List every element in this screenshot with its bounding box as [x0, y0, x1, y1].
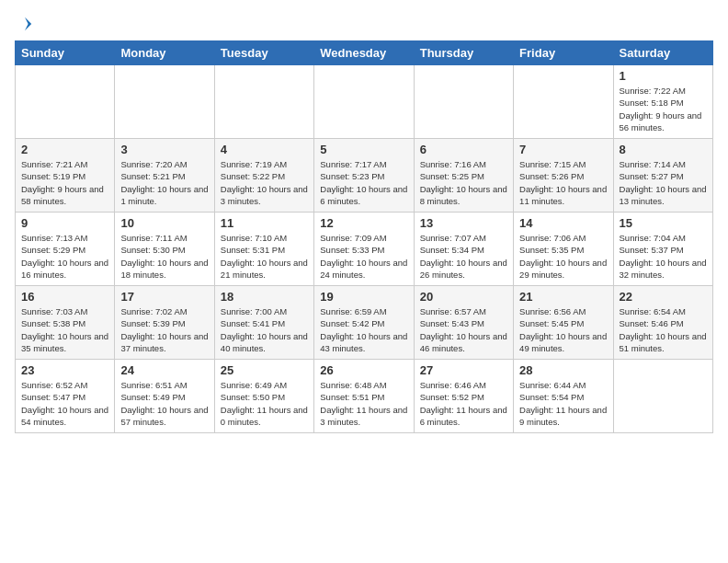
calendar-cell: 18Sunrise: 7:00 AM Sunset: 5:41 PM Dayli…	[214, 286, 313, 360]
calendar-table: SundayMondayTuesdayWednesdayThursdayFrid…	[15, 40, 713, 433]
day-info: Sunrise: 6:46 AM Sunset: 5:52 PM Dayligh…	[420, 379, 507, 428]
day-info: Sunrise: 7:15 AM Sunset: 5:26 PM Dayligh…	[519, 158, 607, 207]
calendar-cell: 5Sunrise: 7:17 AM Sunset: 5:23 PM Daylig…	[314, 139, 414, 213]
calendar-cell: 17Sunrise: 7:02 AM Sunset: 5:39 PM Dayli…	[115, 286, 214, 360]
calendar-week-row: 1Sunrise: 7:22 AM Sunset: 5:18 PM Daylig…	[16, 65, 713, 139]
calendar-cell: 21Sunrise: 6:56 AM Sunset: 5:45 PM Dayli…	[514, 286, 613, 360]
day-info: Sunrise: 7:09 AM Sunset: 5:33 PM Dayligh…	[320, 232, 407, 281]
col-header-monday: Monday	[115, 41, 214, 65]
day-info: Sunrise: 7:19 AM Sunset: 5:22 PM Dayligh…	[221, 158, 308, 207]
day-info: Sunrise: 7:14 AM Sunset: 5:27 PM Dayligh…	[620, 158, 707, 207]
calendar-cell: 16Sunrise: 7:03 AM Sunset: 5:38 PM Dayli…	[16, 286, 115, 360]
day-number: 21	[519, 290, 607, 304]
day-info: Sunrise: 7:07 AM Sunset: 5:34 PM Dayligh…	[420, 232, 507, 281]
day-number: 11	[221, 216, 308, 230]
day-info: Sunrise: 7:21 AM Sunset: 5:19 PM Dayligh…	[21, 158, 108, 207]
calendar-week-row: 16Sunrise: 7:03 AM Sunset: 5:38 PM Dayli…	[16, 286, 713, 360]
day-info: Sunrise: 6:48 AM Sunset: 5:51 PM Dayligh…	[320, 379, 407, 428]
day-number: 20	[420, 290, 507, 304]
calendar-week-row: 9Sunrise: 7:13 AM Sunset: 5:29 PM Daylig…	[16, 213, 713, 286]
day-number: 2	[21, 143, 108, 156]
day-number: 25	[221, 363, 308, 377]
calendar-cell	[115, 65, 214, 139]
logo	[15, 15, 33, 33]
calendar-cell	[214, 65, 313, 139]
page-header	[15, 15, 713, 33]
calendar-cell: 2Sunrise: 7:21 AM Sunset: 5:19 PM Daylig…	[16, 139, 115, 213]
day-info: Sunrise: 6:59 AM Sunset: 5:42 PM Dayligh…	[320, 305, 407, 354]
day-number: 23	[21, 363, 108, 377]
calendar-cell	[314, 65, 414, 139]
calendar-cell	[16, 65, 115, 139]
calendar-cell: 25Sunrise: 6:49 AM Sunset: 5:50 PM Dayli…	[214, 360, 313, 433]
day-number: 28	[519, 363, 607, 377]
day-info: Sunrise: 7:10 AM Sunset: 5:31 PM Dayligh…	[221, 232, 308, 281]
calendar-cell: 3Sunrise: 7:20 AM Sunset: 5:21 PM Daylig…	[115, 139, 214, 213]
calendar-cell: 23Sunrise: 6:52 AM Sunset: 5:47 PM Dayli…	[16, 360, 115, 433]
day-number: 14	[519, 216, 607, 230]
calendar-cell: 8Sunrise: 7:14 AM Sunset: 5:27 PM Daylig…	[613, 139, 712, 213]
day-number: 4	[221, 143, 308, 156]
calendar-cell: 1Sunrise: 7:22 AM Sunset: 5:18 PM Daylig…	[613, 65, 712, 139]
day-info: Sunrise: 7:16 AM Sunset: 5:25 PM Dayligh…	[420, 158, 507, 207]
calendar-cell	[514, 65, 613, 139]
day-info: Sunrise: 6:49 AM Sunset: 5:50 PM Dayligh…	[221, 379, 308, 428]
day-number: 15	[620, 216, 707, 230]
day-info: Sunrise: 7:13 AM Sunset: 5:29 PM Dayligh…	[21, 232, 108, 281]
calendar-cell	[613, 360, 712, 433]
col-header-saturday: Saturday	[613, 41, 712, 65]
day-number: 12	[320, 216, 407, 230]
calendar-cell	[414, 65, 513, 139]
day-info: Sunrise: 7:11 AM Sunset: 5:30 PM Dayligh…	[120, 232, 208, 281]
day-number: 27	[420, 363, 507, 377]
day-info: Sunrise: 7:03 AM Sunset: 5:38 PM Dayligh…	[21, 305, 108, 354]
day-info: Sunrise: 7:17 AM Sunset: 5:23 PM Dayligh…	[320, 158, 407, 207]
day-info: Sunrise: 6:44 AM Sunset: 5:54 PM Dayligh…	[519, 379, 607, 428]
day-number: 1	[620, 69, 707, 83]
day-number: 24	[120, 363, 208, 377]
calendar-week-row: 23Sunrise: 6:52 AM Sunset: 5:47 PM Dayli…	[16, 360, 713, 433]
logo-icon	[17, 16, 33, 32]
day-number: 19	[320, 290, 407, 304]
day-info: Sunrise: 6:56 AM Sunset: 5:45 PM Dayligh…	[519, 305, 607, 354]
col-header-wednesday: Wednesday	[314, 41, 414, 65]
col-header-sunday: Sunday	[16, 41, 115, 65]
day-number: 10	[120, 216, 208, 230]
calendar-cell: 27Sunrise: 6:46 AM Sunset: 5:52 PM Dayli…	[414, 360, 513, 433]
day-info: Sunrise: 6:54 AM Sunset: 5:46 PM Dayligh…	[620, 305, 707, 354]
day-info: Sunrise: 7:00 AM Sunset: 5:41 PM Dayligh…	[221, 305, 308, 354]
day-number: 18	[221, 290, 308, 304]
calendar-cell: 15Sunrise: 7:04 AM Sunset: 5:37 PM Dayli…	[613, 213, 712, 286]
day-number: 22	[620, 290, 707, 304]
calendar-cell: 12Sunrise: 7:09 AM Sunset: 5:33 PM Dayli…	[314, 213, 414, 286]
day-number: 17	[120, 290, 208, 304]
col-header-tuesday: Tuesday	[214, 41, 313, 65]
day-info: Sunrise: 7:22 AM Sunset: 5:18 PM Dayligh…	[620, 85, 707, 133]
day-number: 13	[420, 216, 507, 230]
day-info: Sunrise: 6:51 AM Sunset: 5:49 PM Dayligh…	[120, 379, 208, 428]
calendar-cell: 28Sunrise: 6:44 AM Sunset: 5:54 PM Dayli…	[514, 360, 613, 433]
calendar-cell: 22Sunrise: 6:54 AM Sunset: 5:46 PM Dayli…	[613, 286, 712, 360]
day-info: Sunrise: 7:04 AM Sunset: 5:37 PM Dayligh…	[620, 232, 707, 281]
calendar-cell: 24Sunrise: 6:51 AM Sunset: 5:49 PM Dayli…	[115, 360, 214, 433]
calendar-cell: 7Sunrise: 7:15 AM Sunset: 5:26 PM Daylig…	[514, 139, 613, 213]
calendar-cell: 10Sunrise: 7:11 AM Sunset: 5:30 PM Dayli…	[115, 213, 214, 286]
day-info: Sunrise: 6:57 AM Sunset: 5:43 PM Dayligh…	[420, 305, 507, 354]
day-info: Sunrise: 7:20 AM Sunset: 5:21 PM Dayligh…	[120, 158, 208, 207]
day-number: 9	[21, 216, 108, 230]
calendar-cell: 11Sunrise: 7:10 AM Sunset: 5:31 PM Dayli…	[214, 213, 313, 286]
calendar-cell: 26Sunrise: 6:48 AM Sunset: 5:51 PM Dayli…	[314, 360, 414, 433]
col-header-friday: Friday	[514, 41, 613, 65]
day-info: Sunrise: 7:02 AM Sunset: 5:39 PM Dayligh…	[120, 305, 208, 354]
logo-text	[15, 15, 33, 37]
calendar-cell: 13Sunrise: 7:07 AM Sunset: 5:34 PM Dayli…	[414, 213, 513, 286]
calendar-week-row: 2Sunrise: 7:21 AM Sunset: 5:19 PM Daylig…	[16, 139, 713, 213]
calendar-cell: 19Sunrise: 6:59 AM Sunset: 5:42 PM Dayli…	[314, 286, 414, 360]
day-info: Sunrise: 7:06 AM Sunset: 5:35 PM Dayligh…	[519, 232, 607, 281]
day-number: 8	[620, 143, 707, 156]
calendar-cell: 14Sunrise: 7:06 AM Sunset: 5:35 PM Dayli…	[514, 213, 613, 286]
day-number: 7	[519, 143, 607, 156]
day-number: 16	[21, 290, 108, 304]
day-number: 6	[420, 143, 507, 156]
day-number: 26	[320, 363, 407, 377]
